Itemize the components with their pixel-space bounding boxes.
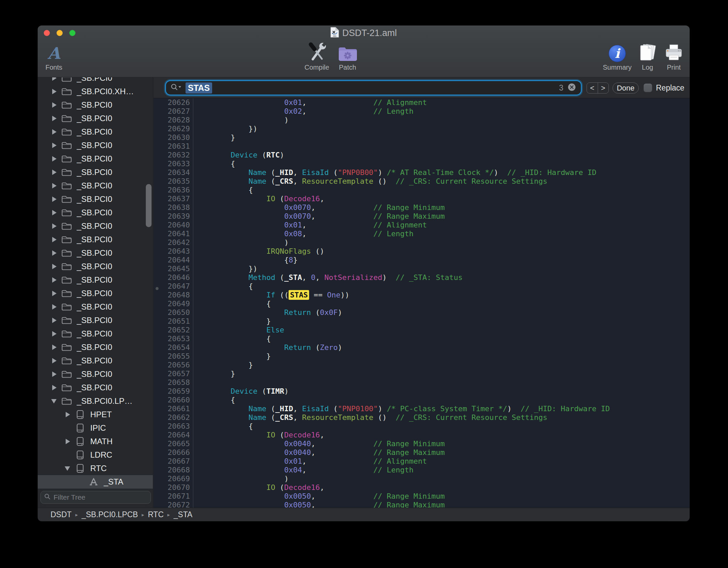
line-number: 20629 [154,125,190,133]
done-button[interactable]: Done [613,82,639,94]
chevron-right-icon[interactable] [51,210,61,215]
chevron-right-icon[interactable] [51,89,61,94]
chevron-right-icon[interactable] [51,291,61,296]
tree-item-sbpci0[interactable]: _SB.PCI0 [38,300,153,314]
patch-button[interactable]: Patch [329,41,366,71]
print-button[interactable]: Print [655,41,690,71]
chevron-right-icon[interactable] [51,358,61,363]
tree-item-ipic[interactable]: IPIC [38,421,153,435]
tree-item-sbpci0[interactable]: _SB.PCI0 [38,77,153,85]
chevron-down-icon[interactable] [51,399,61,403]
clear-icon[interactable] [567,82,577,94]
search-field[interactable]: STAS 3 [166,81,581,95]
tree-item-sbpci0[interactable]: _SB.PCI0 [38,354,153,367]
code-editor[interactable]: 20626 0x01, // Alignment20627 0x02, // L… [154,98,690,508]
chevron-down-icon[interactable] [65,466,75,471]
tree-item-sbpci0[interactable]: _SB.PCI0 [38,367,153,381]
tree-item-sbpci0[interactable]: _SB.PCI0 [38,98,153,112]
breadcrumb-item[interactable]: RTC [148,510,164,519]
close-button[interactable] [44,30,50,36]
search-menu-icon[interactable] [170,83,182,93]
chevron-right-icon[interactable] [51,371,61,377]
tree-item-sbpci0lp[interactable]: _SB.PCI0.LP… [38,394,153,408]
tree-item-sbpci0[interactable]: _SB.PCI0 [38,206,153,219]
chevron-right-icon[interactable] [51,170,61,175]
chevron-right-icon[interactable] [51,197,61,202]
code-line: 20643 IRQNoFlags () [154,247,690,256]
chevron-right-icon[interactable] [51,318,61,323]
code-line: 20647 { [154,282,690,291]
tree-item-sbpci0[interactable]: _SB.PCI0 [38,233,153,246]
tree-item-sbpci0[interactable]: _SB.PCI0 [38,139,153,152]
tree-item-sbpci0[interactable]: _SB.PCI0 [38,152,153,166]
chevron-right-icon[interactable] [51,223,61,229]
chevron-right-icon[interactable] [51,331,61,336]
device-icon [75,464,86,473]
tree-item-sbpci0[interactable]: _SB.PCI0 [38,287,153,300]
tree-item-sta[interactable]: _STA [38,475,153,489]
tree-item-ldrc[interactable]: LDRC [38,448,153,462]
tree-item-sbpci0[interactable]: _SB.PCI0 [38,327,153,341]
tree-item-sbpci0[interactable]: _SB.PCI0 [38,112,153,125]
chevron-right-icon[interactable] [51,264,61,269]
breadcrumb-item[interactable]: _SB.PCI0.LPCB [81,510,138,519]
tree-item-sbpci0[interactable]: _SB.PCI0 [38,192,153,206]
fonts-button[interactable]: A Fonts [38,41,72,71]
tree-item-sbpci0[interactable]: _SB.PCI0 [38,341,153,354]
tree-item-sbpci0[interactable]: _SB.PCI0 [38,314,153,327]
chevron-right-icon[interactable] [51,116,61,121]
code-line: 20628 ) [154,116,690,125]
breadcrumb-item[interactable]: _STA [174,510,193,519]
tree-item-sbpci0[interactable]: _SB.PCI0 [38,219,153,233]
breadcrumb-item[interactable]: DSDT [51,510,72,519]
code-line: 20629 }) [154,125,690,133]
chevron-right-icon[interactable] [65,412,75,417]
chevron-right-icon[interactable] [51,345,61,350]
line-number: 20626 [154,98,190,107]
code-line: 20654 Return (Zero) [154,343,690,352]
chevron-right-icon[interactable] [51,143,61,148]
tree-item-sbpci0[interactable]: _SB.PCI0 [38,273,153,287]
code-line: 20640 0x01, // Alignment [154,221,690,229]
tree-item-rtc[interactable]: RTC [38,462,153,475]
tree-item-label: _SB.PCI0 [77,383,112,392]
chevron-right-icon[interactable] [51,77,61,81]
tree-item-sbpci0[interactable]: _SB.PCI0 [38,166,153,179]
window-title-group: AML DSDT-21.aml [38,26,690,40]
line-number: 20657 [154,369,190,378]
chevron-right-icon[interactable] [65,439,75,444]
filter-tree-input[interactable] [54,493,147,501]
tree-item-sbpci0[interactable]: _SB.PCI0 [38,260,153,273]
code-line-content: Else [193,326,690,334]
next-match-button[interactable]: > [598,83,609,93]
line-number: 20658 [154,378,190,387]
tree-item-hpet[interactable]: HPET [38,408,153,421]
chevron-right-icon[interactable] [51,304,61,310]
tree-item-math[interactable]: MATH [38,435,153,448]
code-line-content: } [193,369,690,378]
tree-item-sbpci0[interactable]: _SB.PCI0 [38,179,153,192]
chevron-right-icon[interactable] [51,237,61,242]
minimize-button[interactable] [57,30,63,36]
chevron-right-icon[interactable] [51,129,61,135]
line-number: 20644 [154,256,190,264]
sidebar-scrollbar[interactable] [146,184,152,227]
tree-item-sbpci0[interactable]: _SB.PCI0 [38,246,153,260]
chevron-right-icon[interactable] [51,156,61,162]
code-line-content: Return (Zero) [193,343,690,352]
tree-item-sbpci0[interactable]: _SB.PCI0 [38,381,153,394]
zoom-button[interactable] [69,30,75,36]
chevron-right-icon[interactable] [51,250,61,256]
folder-icon [61,357,72,365]
previous-match-button[interactable]: < [587,83,598,93]
chevron-right-icon[interactable] [51,277,61,283]
split-handle[interactable] [156,287,159,290]
code-line-content: { [193,299,690,308]
chevron-right-icon[interactable] [51,183,61,188]
replace-checkbox[interactable] [644,84,652,92]
chevron-right-icon[interactable] [51,102,61,108]
chevron-right-icon[interactable] [51,385,61,390]
line-number: 20632 [154,151,190,159]
tree-item-sbpci0xh[interactable]: _SB.PCI0.XH… [38,85,153,98]
tree-item-sbpci0[interactable]: _SB.PCI0 [38,125,153,139]
